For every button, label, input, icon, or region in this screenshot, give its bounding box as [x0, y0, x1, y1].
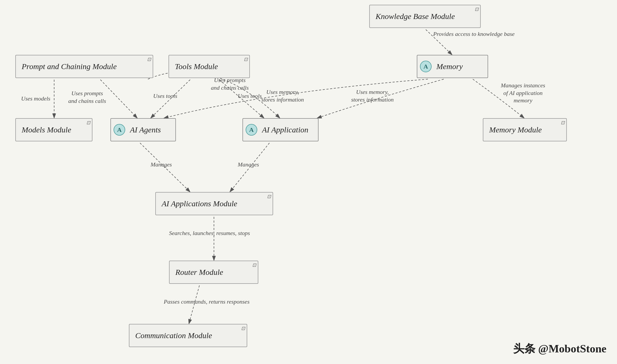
router-label: Router Module [175, 268, 223, 277]
router-corner-icon: ⊡ [252, 262, 256, 268]
manages-instances-label: Manages instancesof AI application memor… [494, 82, 552, 104]
memory-module-label: Memory Module [489, 125, 542, 134]
models-node: ⊡ Models Module [15, 118, 92, 141]
ai-agents-node: A AI Agents [110, 118, 176, 141]
ai-application-label: AI Application [262, 125, 308, 134]
prompt-chain-label: Prompt and Chaining Module [22, 62, 117, 71]
models-corner-icon: ⊡ [86, 120, 90, 126]
uses-models-label: Uses models [21, 95, 50, 103]
memory-actor-badge: A [420, 61, 432, 72]
ai-agents-label: AI Agents [130, 125, 161, 134]
knowledge-base-label: Knowledge Base Module [376, 12, 455, 21]
connections-svg [0, 0, 617, 364]
models-label: Models Module [22, 125, 71, 134]
manages2-label: Manages [238, 161, 259, 169]
ai-apps-corner-icon: ⊡ [267, 194, 271, 199]
uses-tools2-label: Uses tools [238, 92, 262, 100]
tools-label: Tools Module [175, 62, 218, 71]
tools-node: ⊡ Tools Module [169, 55, 250, 78]
router-node: ⊡ Router Module [169, 261, 258, 284]
manages1-label: Manages [151, 161, 172, 169]
uses-tools1-label: Uses tools [153, 92, 177, 100]
ai-applications-module-label: AI Applications Module [162, 199, 237, 208]
ai-app-badge: A [246, 124, 257, 136]
uses-memory2-label: Uses memory,stores information [349, 88, 396, 103]
passes-label: Passes commands, returns responses [164, 298, 250, 306]
tools-corner-icon: ⊡ [244, 56, 248, 62]
kb-corner-icon: ⊡ [475, 6, 479, 12]
memory-module-corner-icon: ⊡ [561, 120, 565, 126]
uses-memory1-label: Uses memory,stores information [259, 88, 306, 103]
comm-corner-icon: ⊡ [241, 325, 245, 331]
memory-actor-label: Memory [436, 62, 463, 71]
memory-module-node: ⊡ Memory Module [483, 118, 567, 141]
kb-to-memory-label: Provides access to knowledge base [433, 30, 515, 38]
ai-application-node: A AI Application [242, 118, 319, 141]
uses-prompts-chains1-label: Uses promptsand chains calls [63, 90, 111, 105]
prompt-chain-node: ⊡ Prompt and Chaining Module [15, 55, 153, 78]
searches-label: Searches, launches, resumes, stops [169, 229, 250, 237]
knowledge-base-node: ⊡ Knowledge Base Module [369, 5, 481, 28]
communication-label: Communication Module [135, 331, 212, 340]
diagram-container: ⊡ Knowledge Base Module A Memory ⊡ Promp… [0, 0, 617, 364]
prompt-corner-icon: ⊡ [147, 56, 151, 62]
uses-prompts-chains2-label: Uses promptsand chains calls [206, 76, 254, 92]
memory-actor-node: A Memory [417, 55, 488, 78]
watermark: 头条 @MobotStone [513, 341, 606, 356]
ai-agents-badge: A [114, 124, 125, 136]
ai-applications-module-node: ⊡ AI Applications Module [155, 192, 273, 215]
communication-node: ⊡ Communication Module [129, 324, 247, 347]
